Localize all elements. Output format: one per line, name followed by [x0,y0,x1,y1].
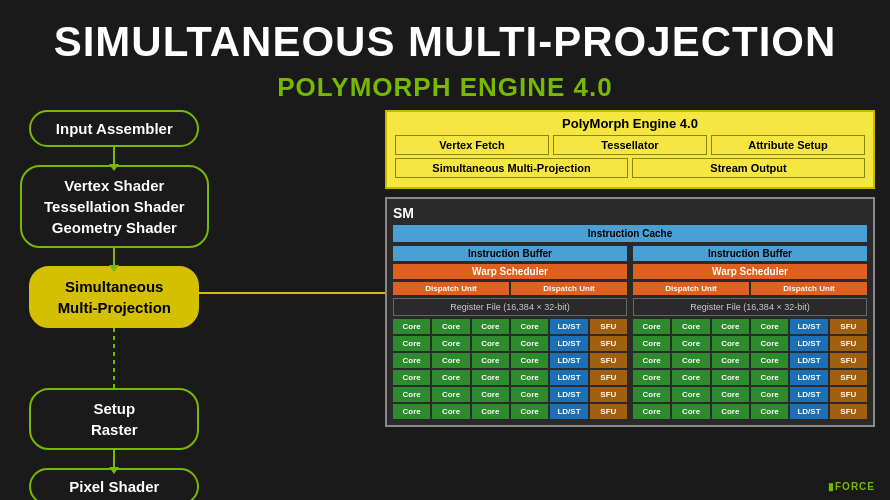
core-cell: Core [751,370,788,385]
warp-scheduler-2: Warp Scheduler [633,264,867,279]
page-title: SIMULTANEOUS MULTI-PROJECTION [0,18,890,66]
ldst-cell: LD/ST [790,404,827,419]
sfu-cell: SFU [830,336,867,351]
sfu-cell: SFU [830,319,867,334]
core-cell: Core [511,387,548,402]
ldst-cell: LD/ST [550,353,587,368]
ldst-cell: LD/ST [790,353,827,368]
core-cell: Core [751,319,788,334]
core-cell: Core [672,353,709,368]
core-cell: Core [712,404,749,419]
sm-inner: Instruction Buffer Warp Scheduler Dispat… [393,246,867,419]
sfu-cell: SFU [590,336,627,351]
core-row-2-1: Core Core Core Core LD/ST SFU [633,319,867,334]
core-cell: Core [712,319,749,334]
core-row-2-3: Core Core Core Core LD/ST SFU [633,353,867,368]
core-cell: Core [393,336,430,351]
pipeline-arrow-3 [113,450,115,468]
core-cell: Core [472,370,509,385]
core-row-2-5: Core Core Core Core LD/ST SFU [633,387,867,402]
core-cell: Core [432,370,469,385]
core-cell: Core [432,353,469,368]
sfu-cell: SFU [590,370,627,385]
core-cell: Core [472,319,509,334]
core-cell: Core [672,404,709,419]
sfu-cell: SFU [830,387,867,402]
polymorph-row2: Simultaneous Multi-Projection Stream Out… [395,158,865,178]
core-cell: Core [393,319,430,334]
core-cell: Core [472,353,509,368]
core-cell: Core [672,387,709,402]
core-cell: Core [633,336,670,351]
core-cell: Core [393,353,430,368]
sm-col-2: Instruction Buffer Warp Scheduler Dispat… [633,246,867,419]
warp-scheduler-1: Warp Scheduler [393,264,627,279]
core-cell: Core [472,387,509,402]
core-cell: Core [432,387,469,402]
pipeline-diagram: Input Assembler Vertex ShaderTessellatio… [20,110,209,500]
sm-label: SM [393,205,867,221]
core-cell: Core [672,319,709,334]
core-cell: Core [633,404,670,419]
dispatch-unit-2b: Dispatch Unit [751,282,867,295]
polymorph-stream-output: Stream Output [632,158,865,178]
core-cell: Core [751,404,788,419]
pipeline-arrow-1 [113,147,115,165]
ldst-cell: LD/ST [550,336,587,351]
sfu-cell: SFU [830,353,867,368]
connector-arrow [196,292,396,294]
core-cell: Core [751,336,788,351]
core-cell: Core [472,336,509,351]
core-cell: Core [633,370,670,385]
ldst-cell: LD/ST [790,336,827,351]
page-subtitle: POLYMORPH ENGINE 4.0 [0,72,890,103]
pipeline-hatch-1 [113,328,115,388]
core-cell: Core [393,387,430,402]
core-cell: Core [672,336,709,351]
pipeline-smp: SimultaneousMulti-Projection [29,266,199,328]
core-cell: Core [712,387,749,402]
sfu-cell: SFU [830,370,867,385]
core-cell: Core [472,404,509,419]
core-row-2-4: Core Core Core Core LD/ST SFU [633,370,867,385]
core-grid-2: Core Core Core Core LD/ST SFU Core Core … [633,319,867,419]
core-cell: Core [432,319,469,334]
pipeline-input-assembler: Input Assembler [29,110,199,147]
sm-col-1: Instruction Buffer Warp Scheduler Dispat… [393,246,627,419]
polymorph-box: PolyMorph Engine 4.0 Vertex Fetch Tessel… [385,110,875,189]
core-cell: Core [393,404,430,419]
dispatch-row-2: Dispatch Unit Dispatch Unit [633,282,867,295]
sfu-cell: SFU [830,404,867,419]
sm-block: SM Instruction Cache Instruction Buffer … [385,197,875,427]
core-cell: Core [511,353,548,368]
instruction-cache: Instruction Cache [393,225,867,242]
sfu-cell: SFU [590,387,627,402]
core-cell: Core [712,370,749,385]
polymorph-tessellator: Tessellator [553,135,707,155]
polymorph-attribute-setup: Attribute Setup [711,135,865,155]
core-cell: Core [712,336,749,351]
dispatch-unit-1b: Dispatch Unit [511,282,627,295]
ldst-cell: LD/ST [790,387,827,402]
core-cell: Core [393,370,430,385]
core-cell: Core [633,319,670,334]
right-block: PolyMorph Engine 4.0 Vertex Fetch Tessel… [385,110,875,427]
instr-buffer-1: Instruction Buffer [393,246,627,261]
register-file-1: Register File (16,384 × 32-bit) [393,298,627,316]
core-cell: Core [633,353,670,368]
polymorph-title: PolyMorph Engine 4.0 [395,116,865,131]
dispatch-unit-2a: Dispatch Unit [633,282,749,295]
ldst-cell: LD/ST [790,319,827,334]
ldst-cell: LD/ST [550,387,587,402]
dispatch-row-1: Dispatch Unit Dispatch Unit [393,282,627,295]
dispatch-unit-1a: Dispatch Unit [393,282,509,295]
ldst-cell: LD/ST [550,319,587,334]
ldst-cell: LD/ST [550,370,587,385]
register-file-2: Register File (16,384 × 32-bit) [633,298,867,316]
core-row-1-2: Core Core Core Core LD/ST SFU [393,336,627,351]
core-row-2-2: Core Core Core Core LD/ST SFU [633,336,867,351]
core-row-1-4: Core Core Core Core LD/ST SFU [393,370,627,385]
nvidia-watermark: ▮FORCE [828,481,875,492]
polymorph-smp: Simultaneous Multi-Projection [395,158,628,178]
core-cell: Core [672,370,709,385]
